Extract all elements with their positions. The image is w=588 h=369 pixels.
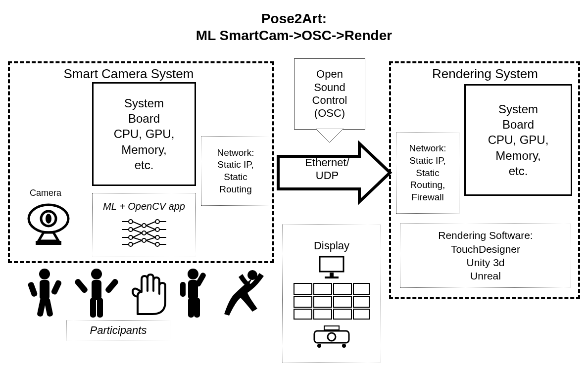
- svg-point-14: [155, 242, 159, 246]
- rendering-network-box: Network: Static IP, Static Routing, Fire…: [396, 133, 459, 214]
- participant-figure-1-icon: [25, 267, 64, 322]
- diagram-title-line2: ML SmartCam->OSC->Render: [0, 28, 588, 44]
- display-label: Display: [314, 239, 349, 253]
- svg-rect-36: [40, 280, 49, 300]
- svg-rect-38: [50, 279, 62, 295]
- svg-rect-64: [314, 296, 332, 307]
- neural-net-icon: [122, 216, 166, 250]
- svg-line-31: [146, 230, 155, 233]
- svg-rect-51: [188, 298, 194, 318]
- participants-label-box: Participants: [66, 321, 170, 340]
- participant-figure-2-icon: [74, 267, 119, 322]
- display-box: Display: [282, 225, 381, 363]
- svg-point-13: [155, 235, 159, 239]
- svg-point-11: [155, 220, 159, 224]
- osc-callout-box: Open Sound Control (OSC): [294, 58, 365, 130]
- svg-point-6: [129, 235, 133, 239]
- camera-label: Camera: [30, 188, 61, 198]
- svg-rect-37: [27, 281, 38, 297]
- svg-point-7: [129, 242, 133, 246]
- svg-line-24: [133, 226, 142, 230]
- rendering-heading: Rendering System: [406, 66, 564, 82]
- video-wall-icon: [292, 281, 371, 321]
- svg-rect-52: [194, 298, 200, 318]
- rendering-system-board: System Board CPU, GPU, Memory, etc.: [464, 84, 572, 196]
- svg-point-8: [142, 224, 146, 228]
- svg-point-2: [46, 214, 51, 224]
- svg-point-47: [188, 269, 198, 279]
- svg-rect-63: [294, 296, 312, 307]
- svg-point-10: [142, 238, 146, 242]
- svg-point-4: [129, 220, 133, 224]
- svg-point-41: [91, 269, 102, 279]
- smart-camera-network-box: Network: Static IP, Static Routing: [201, 137, 270, 206]
- smart-camera-system-board: System Board CPU, GPU, Memory, etc.: [92, 82, 196, 186]
- svg-rect-69: [334, 309, 351, 319]
- svg-point-35: [39, 269, 50, 279]
- svg-rect-60: [314, 283, 332, 294]
- ml-opencv-label: ML + OpenCV app: [103, 200, 185, 213]
- svg-rect-73: [324, 326, 339, 330]
- svg-line-34: [146, 240, 155, 244]
- ml-opencv-app-box: ML + OpenCV app: [92, 193, 196, 257]
- svg-rect-66: [353, 296, 369, 307]
- svg-point-74: [317, 344, 321, 348]
- svg-line-28: [133, 240, 142, 244]
- svg-line-29: [146, 222, 155, 226]
- participant-hand-icon: [128, 272, 167, 317]
- svg-rect-67: [294, 309, 312, 319]
- svg-rect-61: [334, 283, 351, 294]
- svg-line-23: [133, 222, 142, 226]
- svg-line-27: [133, 237, 142, 240]
- svg-point-72: [328, 333, 336, 341]
- svg-line-33: [146, 237, 155, 240]
- smart-camera-heading: Smart Camera System: [49, 66, 208, 82]
- svg-rect-44: [104, 278, 119, 294]
- svg-point-75: [342, 344, 346, 348]
- svg-line-25: [133, 230, 142, 233]
- svg-point-9: [142, 231, 146, 235]
- participant-figure-3-icon: [173, 267, 213, 322]
- svg-rect-57: [330, 273, 334, 277]
- svg-rect-46: [97, 298, 103, 318]
- svg-rect-58: [325, 277, 339, 278]
- camera-icon: [24, 199, 73, 248]
- projector-icon: [309, 324, 354, 349]
- participant-dancer-icon: [217, 267, 271, 322]
- svg-rect-40: [44, 297, 53, 317]
- diagram-title-line1: Pose2Art:: [0, 11, 588, 27]
- svg-rect-59: [294, 283, 312, 294]
- svg-rect-70: [353, 309, 369, 319]
- svg-rect-3: [36, 241, 61, 245]
- svg-point-5: [129, 228, 133, 231]
- svg-rect-45: [90, 298, 96, 318]
- svg-line-32: [146, 233, 155, 237]
- svg-rect-56: [320, 257, 343, 272]
- svg-line-30: [146, 226, 155, 230]
- rendering-software-box: Rendering Software: TouchDesigner Unity …: [400, 224, 571, 288]
- svg-point-12: [155, 228, 159, 231]
- svg-rect-65: [334, 296, 351, 307]
- svg-rect-62: [353, 283, 369, 294]
- svg-rect-42: [92, 280, 101, 300]
- svg-rect-49: [180, 282, 186, 297]
- svg-rect-43: [74, 278, 89, 294]
- svg-line-26: [133, 233, 142, 237]
- ethernet-arrow-label: Ethernet/ UDP: [295, 156, 359, 182]
- monitor-icon: [317, 255, 346, 279]
- svg-rect-68: [314, 309, 332, 319]
